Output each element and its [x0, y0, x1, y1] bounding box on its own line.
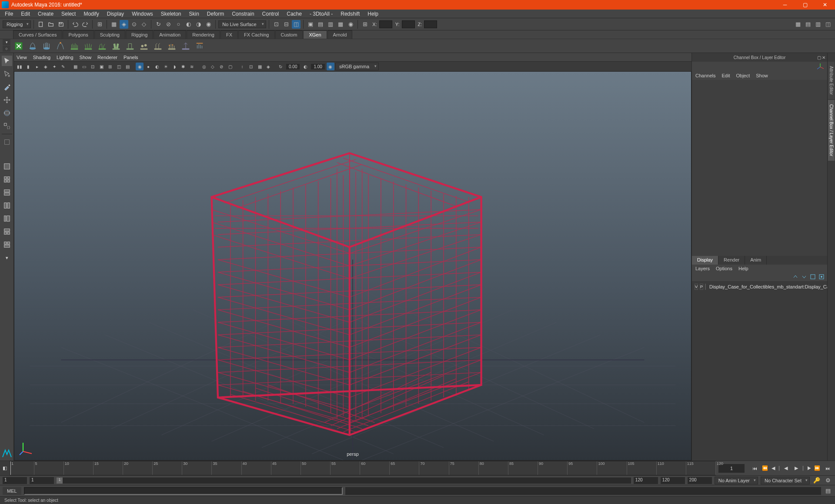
shadows-icon[interactable]: ◗ — [170, 63, 178, 70]
layout-two-h-icon[interactable] — [2, 187, 12, 198]
construction-history-icon[interactable]: ○ — [174, 20, 183, 29]
layer-tab-render[interactable]: Render — [718, 256, 745, 265]
2d-pan-icon[interactable]: ✦ — [50, 63, 58, 70]
layer-move-up-icon[interactable] — [792, 274, 798, 280]
go-to-start-icon[interactable]: ⏮ — [750, 464, 759, 473]
isolate-select-icon[interactable]: ◎ — [200, 63, 208, 70]
layout-custom-icon[interactable]: ▾ — [2, 252, 12, 263]
gate-mask-icon[interactable]: ▣ — [97, 63, 105, 70]
gamma-value[interactable]: 1.00 — [311, 64, 324, 70]
render-icon[interactable]: ▣ — [306, 20, 315, 29]
image-plane-icon[interactable]: ◈ — [42, 63, 50, 70]
menu-skin[interactable]: Skin — [185, 10, 203, 18]
panel-menu-renderer[interactable]: Renderer — [97, 55, 117, 60]
gamma-reset-icon[interactable]: ◐ — [301, 63, 309, 70]
xgen-export-icon[interactable] — [194, 40, 205, 52]
coord-z-input[interactable] — [424, 20, 437, 28]
layer-tab-anim[interactable]: Anim — [745, 256, 767, 265]
smooth-shade-icon[interactable]: ● — [144, 63, 152, 70]
xgen-grass-3-icon[interactable] — [97, 40, 108, 52]
play-forward-icon[interactable]: ▶ — [792, 464, 801, 473]
bookmark-icon[interactable]: ▸ — [33, 63, 41, 70]
sidebar-toggle-2-icon[interactable]: ▤ — [804, 20, 812, 29]
xgen-convert-icon[interactable] — [180, 40, 191, 52]
construction-history-icon-3[interactable]: ◑ — [194, 20, 203, 29]
symmetry-icon[interactable]: ⊡ — [272, 20, 281, 29]
viewport-persp[interactable]: persp — [14, 71, 691, 461]
new-scene-icon[interactable] — [37, 20, 45, 29]
shelf-tab-xgen[interactable]: XGen — [303, 30, 327, 39]
render-settings-icon[interactable]: ▥ — [326, 20, 335, 29]
vert-tab-channel-box-layer-editor[interactable]: Channel Box / Layer Editor — [828, 100, 835, 161]
lasso-tool[interactable] — [2, 69, 12, 79]
open-scene-icon[interactable] — [47, 20, 55, 29]
exposure-value[interactable]: 0.00 — [286, 64, 300, 70]
menu-create[interactable]: Create — [34, 10, 57, 18]
dock-icon[interactable]: ▢ — [817, 55, 821, 60]
render-view-icon[interactable]: ◉ — [346, 20, 355, 29]
ipr-render-icon[interactable]: ▤ — [316, 20, 325, 29]
minimize-button[interactable]: ─ — [775, 0, 795, 10]
shelf-menu-icon[interactable]: ▾ — [3, 39, 10, 45]
menu-file[interactable]: File — [1, 10, 17, 18]
shelf-tab-rigging[interactable]: Rigging — [126, 30, 153, 39]
menu-constrain[interactable]: Constrain — [228, 10, 258, 18]
grid-icon[interactable]: ▦ — [71, 63, 79, 70]
layout-four-icon[interactable] — [2, 174, 12, 185]
layer-new-empty-icon[interactable] — [810, 274, 816, 280]
menu-help[interactable]: Help — [364, 10, 382, 18]
vert-tab-attribute-editor[interactable]: Attribute Editor — [828, 62, 835, 99]
time-slider-menu-icon[interactable]: ◧ — [0, 461, 10, 475]
character-set-dropdown[interactable]: No Character Set — [761, 477, 810, 484]
layout-outliner-icon[interactable] — [2, 213, 12, 224]
shelf-tab-animation[interactable]: Animation — [154, 30, 186, 39]
auto-key-icon[interactable]: 🔑 — [812, 476, 821, 485]
xgen-grass-2-icon[interactable] — [83, 40, 94, 52]
cb-menu-object[interactable]: Object — [736, 73, 750, 78]
layout-single-icon[interactable] — [2, 161, 12, 172]
xray-joints-icon[interactable]: ⊘ — [217, 63, 225, 70]
rotate-tool[interactable] — [2, 108, 12, 118]
xgen-card-2-icon[interactable] — [124, 40, 136, 52]
select-tool[interactable] — [2, 56, 12, 66]
camera-select-icon[interactable]: ▮▮ — [16, 63, 23, 70]
layer-visibility-toggle[interactable]: V — [695, 284, 698, 290]
color-mgmt-icon[interactable]: ◉ — [327, 63, 334, 70]
step-forward-icon[interactable]: ⎸▶ — [802, 464, 812, 473]
layout-graph-icon[interactable] — [2, 239, 12, 250]
anti-alias-icon[interactable]: ⊡ — [247, 63, 255, 70]
cb-menu-show[interactable]: Show — [756, 73, 768, 78]
panel-layout-icon[interactable]: ⊞ — [361, 20, 369, 29]
panel-menu-lighting[interactable]: Lighting — [57, 55, 73, 60]
xgen-spline-2-icon[interactable] — [41, 40, 52, 52]
snap-plane-icon[interactable]: ◇ — [140, 20, 148, 29]
prefs-icon[interactable]: ⚙ — [824, 476, 832, 485]
live-surface-dropdown[interactable]: No Live Surface — [218, 20, 266, 28]
layer-row[interactable]: V P Display_Case_for_Collectibles_mb_sta… — [694, 283, 825, 291]
layout-two-v-icon[interactable] — [2, 200, 12, 211]
construction-history-icon-4[interactable]: ◉ — [204, 20, 213, 29]
save-scene-icon[interactable] — [57, 20, 65, 29]
film-gate-icon[interactable]: ▭ — [80, 63, 88, 70]
panel-menu-show[interactable]: Show — [80, 55, 92, 60]
snap-curve-icon[interactable]: ◈ — [120, 20, 128, 29]
select-by-name-icon[interactable]: ⊞ — [95, 20, 104, 29]
xgen-grass-1-icon[interactable] — [69, 40, 80, 52]
symmetry-icon-2[interactable]: ⊟ — [282, 20, 291, 29]
coord-x-input[interactable] — [379, 20, 392, 28]
play-back-icon[interactable]: ◀ — [781, 464, 791, 473]
anim-end-field-2[interactable]: 200 — [688, 477, 712, 484]
range-slider-thumb[interactable]: 1 — [57, 477, 63, 484]
multi-sample-icon[interactable]: ▦ — [256, 63, 264, 70]
shelf-tab-fx[interactable]: FX — [220, 30, 238, 39]
backface-cull-icon[interactable]: ▢ — [226, 63, 234, 70]
range-slider[interactable]: 1 — [57, 477, 631, 484]
exposure-reset-icon[interactable]: ↻ — [277, 63, 284, 70]
snap-point-icon[interactable]: ⊙ — [130, 20, 138, 29]
layer-display-type[interactable] — [705, 284, 706, 290]
camera-attr-icon[interactable]: ▮ — [24, 63, 32, 70]
menu-display[interactable]: Display — [103, 10, 128, 18]
cb-menu-edit[interactable]: Edit — [721, 73, 730, 78]
cmd-language-toggle[interactable]: MEL — [3, 487, 21, 495]
layer-menu-help[interactable]: Help — [738, 266, 748, 271]
